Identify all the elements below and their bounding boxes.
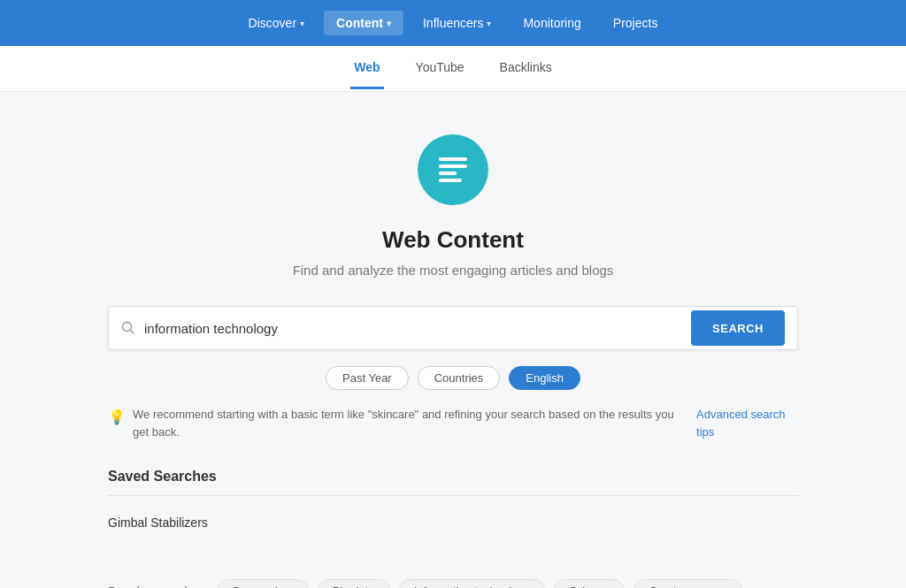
page-title: Web Content xyxy=(108,226,798,254)
nav-influencers-chevron: ▾ xyxy=(487,19,491,28)
filter-past-year[interactable]: Past Year xyxy=(326,366,409,390)
nav-influencers-label: Influencers xyxy=(423,16,483,30)
nav-discover-chevron: ▾ xyxy=(300,19,304,28)
top-nav: Discover ▾ Content ▾ Influencers ▾ Monit… xyxy=(0,0,906,46)
filter-row: Past Year Countries English xyxy=(108,366,798,390)
tab-youtube[interactable]: YouTube xyxy=(412,48,468,89)
main-content: Web Content Find and analyze the most en… xyxy=(90,92,816,588)
popular-searches-row: Popular searches: Coronavirus Big data I… xyxy=(108,579,798,588)
tab-backlinks[interactable]: Backlinks xyxy=(496,48,556,89)
saved-searches-title: Saved Searches xyxy=(108,469,798,485)
tip-row: 💡 We recommend starting with a basic ter… xyxy=(108,406,798,440)
page-subtitle: Find and analyze the most engaging artic… xyxy=(108,263,798,278)
divider xyxy=(108,495,798,496)
nav-monitoring-label: Monitoring xyxy=(523,16,580,30)
search-icon xyxy=(121,321,135,335)
popular-tag-bigdata[interactable]: Big data xyxy=(318,579,390,588)
svg-line-5 xyxy=(131,331,134,334)
nav-monitoring[interactable]: Monitoring xyxy=(511,11,593,35)
svg-rect-3 xyxy=(439,179,462,182)
nav-influencers[interactable]: Influencers ▾ xyxy=(411,11,503,35)
search-bar: SEARCH xyxy=(108,306,798,350)
filter-countries[interactable]: Countries xyxy=(418,366,501,390)
nav-discover-label: Discover xyxy=(249,16,296,30)
popular-searches-label: Popular searches: xyxy=(108,584,208,589)
nav-content-label: Content xyxy=(336,16,383,30)
sub-nav: Web YouTube Backlinks xyxy=(0,46,906,92)
search-button[interactable]: SEARCH xyxy=(691,310,785,346)
advanced-search-tips-link[interactable]: Advanced search tips xyxy=(696,406,798,440)
list-icon xyxy=(434,150,472,189)
popular-tag-science[interactable]: Science xyxy=(554,579,625,588)
svg-rect-1 xyxy=(439,164,467,168)
tab-web[interactable]: Web xyxy=(350,48,383,89)
tip-text: We recommend starting with a basic term … xyxy=(133,406,679,440)
web-content-icon xyxy=(418,134,488,205)
svg-rect-2 xyxy=(439,172,457,175)
saved-search-gimbal[interactable]: Gimbal Stabilizers xyxy=(108,510,798,535)
popular-tag-coronavirus[interactable]: Coronavirus xyxy=(217,579,309,588)
filter-english[interactable]: English xyxy=(509,366,580,390)
saved-searches-section: Saved Searches Gimbal Stabilizers xyxy=(108,469,798,535)
nav-discover[interactable]: Discover ▾ xyxy=(236,11,317,35)
svg-rect-0 xyxy=(439,157,467,161)
bulb-icon: 💡 xyxy=(108,407,126,428)
nav-projects[interactable]: Projects xyxy=(601,11,671,35)
popular-tag-infotech[interactable]: Information technology xyxy=(399,579,546,588)
nav-projects-label: Projects xyxy=(613,16,658,30)
popular-tag-crypto[interactable]: Cryptocurrency xyxy=(633,579,741,588)
nav-content-chevron: ▾ xyxy=(387,19,391,28)
search-input[interactable] xyxy=(144,321,682,336)
nav-content[interactable]: Content ▾ xyxy=(324,11,403,35)
